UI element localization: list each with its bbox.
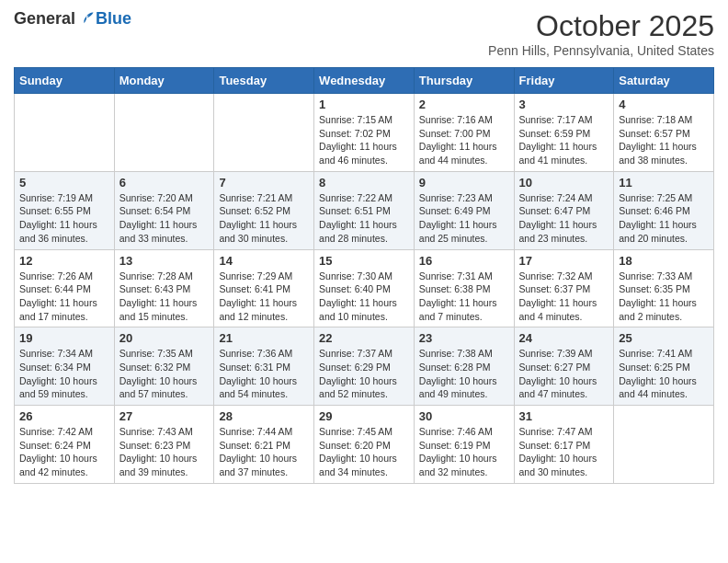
table-row: 4Sunrise: 7:18 AMSunset: 6:57 PMDaylight… xyxy=(614,94,714,172)
table-row: 17Sunrise: 7:32 AMSunset: 6:37 PMDayligh… xyxy=(514,249,614,327)
table-row: 25Sunrise: 7:41 AMSunset: 6:25 PMDayligh… xyxy=(614,327,714,406)
day-info: Sunrise: 7:24 AMSunset: 6:47 PMDaylight:… xyxy=(519,191,609,246)
day-number: 2 xyxy=(419,98,509,111)
table-row: 21Sunrise: 7:36 AMSunset: 6:31 PMDayligh… xyxy=(214,327,314,406)
day-number: 20 xyxy=(119,331,210,345)
month-title: October 2025 xyxy=(488,9,714,43)
table-row: 5Sunrise: 7:19 AMSunset: 6:55 PMDaylight… xyxy=(15,171,115,249)
table-row: 16Sunrise: 7:31 AMSunset: 6:38 PMDayligh… xyxy=(414,249,514,327)
table-row: 26Sunrise: 7:42 AMSunset: 6:24 PMDayligh… xyxy=(15,406,115,484)
day-number: 11 xyxy=(619,176,709,190)
table-row: 18Sunrise: 7:33 AMSunset: 6:35 PMDayligh… xyxy=(614,249,714,327)
table-row: 3Sunrise: 7:17 AMSunset: 6:59 PMDaylight… xyxy=(514,94,614,172)
day-info: Sunrise: 7:25 AMSunset: 6:46 PMDaylight:… xyxy=(619,191,709,246)
table-row: 9Sunrise: 7:23 AMSunset: 6:49 PMDaylight… xyxy=(414,171,514,249)
table-row: 29Sunrise: 7:45 AMSunset: 6:20 PMDayligh… xyxy=(314,406,415,484)
logo: General Blue xyxy=(14,9,131,29)
day-number: 16 xyxy=(419,254,509,268)
table-row: 23Sunrise: 7:38 AMSunset: 6:28 PMDayligh… xyxy=(414,327,514,406)
day-number: 25 xyxy=(619,331,709,345)
day-info: Sunrise: 7:15 AMSunset: 7:02 PMDaylight:… xyxy=(319,113,409,167)
day-number: 24 xyxy=(519,331,609,345)
day-number: 30 xyxy=(419,409,509,423)
calendar-week-row: 12Sunrise: 7:26 AMSunset: 6:44 PMDayligh… xyxy=(15,249,714,327)
logo-general-text: General xyxy=(14,9,75,29)
title-area: October 2025 Penn Hills, Pennsylvania, U… xyxy=(488,9,714,58)
table-row: 14Sunrise: 7:29 AMSunset: 6:41 PMDayligh… xyxy=(214,249,314,327)
col-friday: Friday xyxy=(514,68,614,94)
table-row: 22Sunrise: 7:37 AMSunset: 6:29 PMDayligh… xyxy=(314,327,415,406)
table-row: 8Sunrise: 7:22 AMSunset: 6:51 PMDaylight… xyxy=(314,171,415,249)
logo-bird-icon xyxy=(77,10,96,29)
day-number: 12 xyxy=(19,254,109,268)
table-row: 7Sunrise: 7:21 AMSunset: 6:52 PMDaylight… xyxy=(214,171,314,249)
day-info: Sunrise: 7:20 AMSunset: 6:54 PMDaylight:… xyxy=(119,191,210,246)
table-row xyxy=(614,406,714,484)
day-info: Sunrise: 7:19 AMSunset: 6:55 PMDaylight:… xyxy=(19,191,109,246)
table-row: 13Sunrise: 7:28 AMSunset: 6:43 PMDayligh… xyxy=(114,249,214,327)
day-number: 6 xyxy=(119,176,210,190)
table-row: 12Sunrise: 7:26 AMSunset: 6:44 PMDayligh… xyxy=(15,249,115,327)
day-info: Sunrise: 7:43 AMSunset: 6:23 PMDaylight:… xyxy=(119,425,210,479)
table-row xyxy=(114,94,214,172)
day-info: Sunrise: 7:23 AMSunset: 6:49 PMDaylight:… xyxy=(419,191,509,246)
day-number: 31 xyxy=(519,409,609,423)
day-number: 5 xyxy=(19,176,109,190)
day-info: Sunrise: 7:47 AMSunset: 6:17 PMDaylight:… xyxy=(519,425,609,479)
col-monday: Monday xyxy=(114,68,214,94)
header: General Blue October 2025 Penn Hills, Pe… xyxy=(14,9,714,58)
day-info: Sunrise: 7:45 AMSunset: 6:20 PMDaylight:… xyxy=(319,425,409,479)
day-info: Sunrise: 7:38 AMSunset: 6:28 PMDaylight:… xyxy=(419,347,509,401)
day-info: Sunrise: 7:34 AMSunset: 6:34 PMDaylight:… xyxy=(19,347,109,401)
day-number: 3 xyxy=(519,98,609,111)
day-number: 17 xyxy=(519,254,609,268)
day-number: 23 xyxy=(419,331,509,345)
day-info: Sunrise: 7:42 AMSunset: 6:24 PMDaylight:… xyxy=(19,425,109,479)
table-row: 11Sunrise: 7:25 AMSunset: 6:46 PMDayligh… xyxy=(614,171,714,249)
day-info: Sunrise: 7:36 AMSunset: 6:31 PMDaylight:… xyxy=(219,347,309,401)
day-info: Sunrise: 7:44 AMSunset: 6:21 PMDaylight:… xyxy=(219,425,309,479)
day-info: Sunrise: 7:32 AMSunset: 6:37 PMDaylight:… xyxy=(519,270,609,324)
logo-blue-text: Blue xyxy=(96,9,131,29)
table-row: 2Sunrise: 7:16 AMSunset: 7:00 PMDaylight… xyxy=(414,94,514,172)
day-number: 13 xyxy=(119,254,210,268)
col-tuesday: Tuesday xyxy=(214,68,314,94)
calendar-header-row: Sunday Monday Tuesday Wednesday Thursday… xyxy=(15,68,714,94)
day-number: 15 xyxy=(319,254,409,268)
day-number: 21 xyxy=(219,331,309,345)
table-row: 1Sunrise: 7:15 AMSunset: 7:02 PMDaylight… xyxy=(314,94,415,172)
day-info: Sunrise: 7:41 AMSunset: 6:25 PMDaylight:… xyxy=(619,347,709,401)
day-number: 8 xyxy=(319,176,409,190)
day-info: Sunrise: 7:39 AMSunset: 6:27 PMDaylight:… xyxy=(519,347,609,401)
day-info: Sunrise: 7:22 AMSunset: 6:51 PMDaylight:… xyxy=(319,191,409,246)
table-row: 19Sunrise: 7:34 AMSunset: 6:34 PMDayligh… xyxy=(15,327,115,406)
day-info: Sunrise: 7:33 AMSunset: 6:35 PMDaylight:… xyxy=(619,270,709,324)
day-number: 29 xyxy=(319,409,409,423)
day-number: 28 xyxy=(219,409,309,423)
table-row: 6Sunrise: 7:20 AMSunset: 6:54 PMDaylight… xyxy=(114,171,214,249)
day-number: 27 xyxy=(119,409,210,423)
table-row xyxy=(214,94,314,172)
day-info: Sunrise: 7:18 AMSunset: 6:57 PMDaylight:… xyxy=(619,113,709,167)
table-row: 28Sunrise: 7:44 AMSunset: 6:21 PMDayligh… xyxy=(214,406,314,484)
day-info: Sunrise: 7:26 AMSunset: 6:44 PMDaylight:… xyxy=(19,270,109,324)
day-info: Sunrise: 7:21 AMSunset: 6:52 PMDaylight:… xyxy=(219,191,309,246)
day-info: Sunrise: 7:37 AMSunset: 6:29 PMDaylight:… xyxy=(319,347,409,401)
table-row: 27Sunrise: 7:43 AMSunset: 6:23 PMDayligh… xyxy=(114,406,214,484)
day-info: Sunrise: 7:17 AMSunset: 6:59 PMDaylight:… xyxy=(519,113,609,167)
col-sunday: Sunday xyxy=(15,68,115,94)
day-info: Sunrise: 7:30 AMSunset: 6:40 PMDaylight:… xyxy=(319,270,409,324)
col-saturday: Saturday xyxy=(614,68,714,94)
day-number: 18 xyxy=(619,254,709,268)
day-number: 9 xyxy=(419,176,509,190)
day-number: 26 xyxy=(19,409,109,423)
col-wednesday: Wednesday xyxy=(314,68,415,94)
day-info: Sunrise: 7:16 AMSunset: 7:00 PMDaylight:… xyxy=(419,113,509,167)
day-info: Sunrise: 7:29 AMSunset: 6:41 PMDaylight:… xyxy=(219,270,309,324)
col-thursday: Thursday xyxy=(414,68,514,94)
day-info: Sunrise: 7:46 AMSunset: 6:19 PMDaylight:… xyxy=(419,425,509,479)
calendar-week-row: 5Sunrise: 7:19 AMSunset: 6:55 PMDaylight… xyxy=(15,171,714,249)
calendar-week-row: 26Sunrise: 7:42 AMSunset: 6:24 PMDayligh… xyxy=(15,406,714,484)
table-row: 30Sunrise: 7:46 AMSunset: 6:19 PMDayligh… xyxy=(414,406,514,484)
table-row: 15Sunrise: 7:30 AMSunset: 6:40 PMDayligh… xyxy=(314,249,415,327)
